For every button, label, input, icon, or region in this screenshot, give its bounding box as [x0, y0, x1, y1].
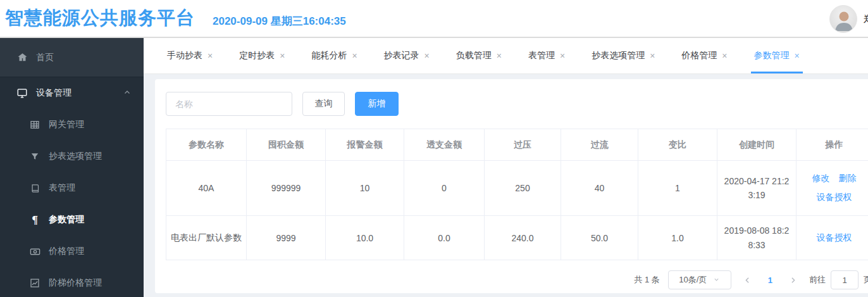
- sidebar-item-label: 首页: [36, 52, 54, 63]
- tab-energy-analysis[interactable]: 能耗分析 ×: [298, 38, 370, 73]
- sidebar-item-tiered-price-mgmt[interactable]: 阶梯价格管理: [0, 267, 144, 297]
- device-authorize-link[interactable]: 设备授权: [817, 192, 852, 203]
- add-button[interactable]: 新增: [355, 92, 399, 116]
- tab-label: 抄表选项管理: [592, 50, 645, 61]
- cell-created-time: 2019-08-08 18:28:33: [717, 216, 797, 260]
- prev-page-button[interactable]: [740, 270, 756, 289]
- close-icon[interactable]: ×: [208, 51, 213, 61]
- datetime-text: 2020-09-09 星期三16:04:35: [213, 14, 346, 28]
- table-row: 40A 999999 10 0 250 40 1 2020-04-17 21:2…: [166, 161, 868, 216]
- tab-param-mgmt[interactable]: 参数管理 ×: [741, 38, 813, 73]
- tab-label: 手动抄表: [167, 50, 202, 61]
- col-param-name: 参数名称: [166, 129, 247, 161]
- page-size-select[interactable]: 10条/页: [668, 270, 731, 289]
- tab-label: 表管理: [528, 50, 555, 61]
- col-overcurrent: 过流: [561, 129, 638, 161]
- query-button[interactable]: 查询: [302, 92, 345, 116]
- tab-meter-option-mgmt[interactable]: 抄表选项管理 ×: [578, 38, 668, 73]
- chevron-up-icon: [123, 88, 131, 98]
- tab-reading-records[interactable]: 抄表记录 ×: [371, 38, 443, 73]
- tab-label: 定时抄表: [239, 50, 275, 61]
- sidebar-item-param-mgmt[interactable]: ¶ 参数管理: [0, 204, 144, 236]
- chart-line-icon: [29, 277, 40, 289]
- pagination: 共 1 条 10条/页 1: [166, 270, 868, 289]
- cell-ratio: 1: [638, 161, 717, 216]
- close-icon[interactable]: ×: [352, 51, 357, 61]
- goto-page: 前往 页: [809, 270, 868, 289]
- app-header: 智慧能源公共服务平台 2020-09-09 星期三16:04:35 郑: [0, 0, 868, 38]
- edit-link[interactable]: 修改: [812, 173, 830, 184]
- next-page-button[interactable]: [784, 270, 801, 289]
- book-icon: [29, 182, 40, 194]
- toolbar: 查询 新增: [166, 92, 868, 116]
- tab-price-mgmt[interactable]: 价格管理 ×: [668, 38, 740, 73]
- avatar[interactable]: [829, 5, 857, 33]
- goto-page-input[interactable]: [831, 270, 859, 289]
- page-number[interactable]: 1: [764, 275, 776, 285]
- sidebar-item-table-mgmt[interactable]: 表管理: [0, 172, 144, 204]
- sidebar-item-home[interactable]: 首页: [0, 38, 144, 77]
- tab-table-mgmt[interactable]: 表管理 ×: [515, 38, 578, 73]
- sidebar-group-device-mgmt[interactable]: 设备管理: [0, 77, 144, 109]
- close-icon[interactable]: ×: [560, 51, 565, 61]
- sidebar-item-label: 阶梯价格管理: [49, 277, 102, 289]
- cell-overcurrent: 40: [561, 161, 638, 216]
- cell-hoard-amount: 9999: [247, 216, 326, 260]
- sidebar-item-gateway-mgmt[interactable]: 网关管理: [0, 109, 144, 141]
- col-created-time: 创建时间: [717, 129, 797, 161]
- device-authorize-link[interactable]: 设备授权: [817, 232, 852, 244]
- cell-param-name: 40A: [166, 161, 247, 216]
- cell-overcurrent: 50.0: [561, 216, 638, 260]
- main-area: 手动抄表 × 定时抄表 × 能耗分析 × 抄表记录 × 负载管理 × 表管理 ×: [144, 38, 868, 297]
- col-hoard-amount: 囤积金额: [247, 129, 326, 161]
- sidebar-item-meter-option-mgmt[interactable]: 抄表选项管理: [0, 141, 144, 172]
- pilcrow-icon: ¶: [29, 214, 40, 225]
- tab-timed-reading[interactable]: 定时抄表 ×: [226, 38, 298, 73]
- tab-manual-reading[interactable]: 手动抄表 ×: [154, 38, 226, 73]
- app-title: 智慧能源公共服务平台: [5, 6, 195, 31]
- close-icon[interactable]: ×: [280, 51, 285, 61]
- user-menu[interactable]: 郑: [829, 5, 868, 33]
- cell-actions: 修改 删除 设备授权: [797, 161, 868, 216]
- cell-overvoltage: 250: [485, 161, 561, 216]
- tab-label: 价格管理: [681, 50, 717, 61]
- sidebar-item-label: 网关管理: [49, 119, 84, 130]
- close-icon[interactable]: ×: [650, 51, 655, 61]
- page-size-value: 10条/页: [679, 274, 707, 286]
- cell-hoard-amount: 999999: [247, 161, 326, 216]
- col-actions: 操作: [797, 129, 868, 161]
- cell-overdraft-amount: 0.0: [404, 216, 485, 260]
- close-icon[interactable]: ×: [425, 51, 430, 61]
- monitor-icon: [16, 87, 28, 99]
- content-card: 查询 新增 参数名称 囤积金额 报警金额 透支金额 过压 过流: [155, 79, 868, 293]
- delete-link[interactable]: 删除: [839, 173, 857, 184]
- table-row: 电表出厂默认参数 9999 10.0 0.0 240.0 50.0 1.0 20…: [166, 216, 868, 260]
- cell-alarm-amount: 10.0: [326, 216, 404, 260]
- grid-icon: [29, 119, 40, 130]
- cell-param-name: 电表出厂默认参数: [166, 216, 247, 260]
- tab-label: 抄表记录: [384, 50, 419, 61]
- tab-load-mgmt[interactable]: 负载管理 ×: [443, 38, 515, 73]
- table-header-row: 参数名称 囤积金额 报警金额 透支金额 过压 过流 变比 创建时间 操作: [166, 129, 868, 161]
- col-overvoltage: 过压: [485, 129, 561, 161]
- sidebar-group-label: 设备管理: [36, 87, 71, 99]
- search-input[interactable]: [166, 92, 292, 116]
- close-icon[interactable]: ×: [497, 51, 502, 61]
- params-table: 参数名称 囤积金额 报警金额 透支金额 过压 过流 变比 创建时间 操作 40A: [166, 129, 868, 260]
- cell-ratio: 1.0: [638, 216, 717, 260]
- sidebar-item-label: 抄表选项管理: [49, 151, 102, 162]
- page-unit-label: 页: [864, 274, 868, 286]
- banknote-icon: [29, 246, 40, 257]
- chevron-down-icon: [713, 275, 720, 285]
- sidebar-item-label: 参数管理: [49, 214, 84, 225]
- col-ratio: 变比: [638, 129, 717, 161]
- sidebar-item-price-mgmt[interactable]: 价格管理: [0, 236, 144, 267]
- cell-overvoltage: 240.0: [485, 216, 561, 260]
- close-icon[interactable]: ×: [795, 51, 800, 61]
- tab-label: 负载管理: [456, 50, 492, 61]
- home-icon: [16, 52, 28, 63]
- tab-label: 参数管理: [754, 50, 790, 61]
- tab-label: 能耗分析: [311, 50, 347, 61]
- close-icon[interactable]: ×: [722, 51, 727, 61]
- col-overdraft-amount: 透支金额: [404, 129, 485, 161]
